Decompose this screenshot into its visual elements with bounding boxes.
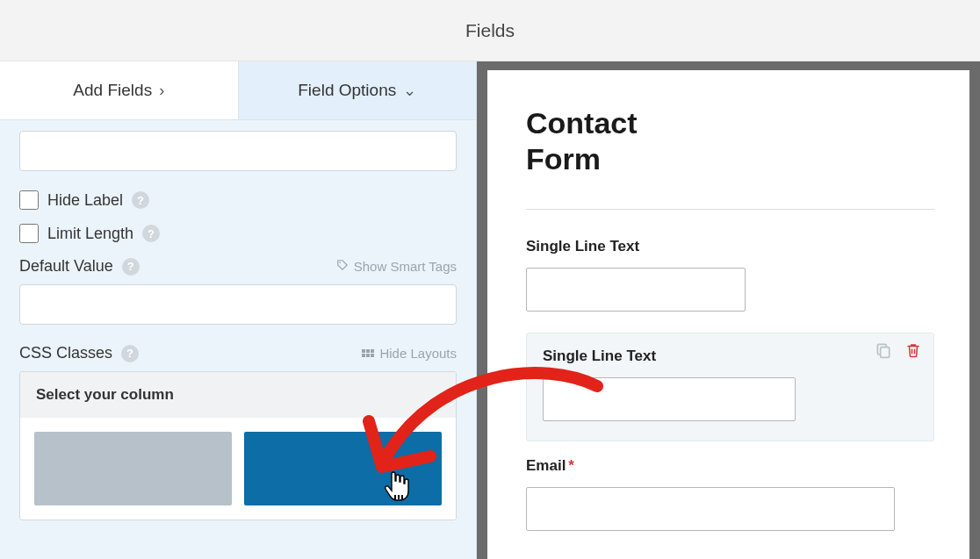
tab-field-options-label: Field Options	[298, 81, 396, 100]
column-picker-body	[20, 418, 456, 520]
top-bar: Fields	[0, 0, 980, 61]
help-icon[interactable]: ?	[121, 345, 139, 362]
divider	[526, 209, 934, 210]
column-picker: Select your column	[19, 371, 457, 520]
limit-length-option[interactable]: Limit Length ?	[19, 224, 457, 243]
form-preview: Contact Form Single Line Text Single Lin…	[487, 70, 969, 559]
main-area: Add Fields › Field Options ⌄ Hide Label …	[0, 61, 980, 559]
hide-label-checkbox[interactable]	[19, 190, 39, 210]
limit-length-text: Limit Length	[47, 225, 133, 243]
default-value-row: Default Value ? Show Smart Tags	[19, 257, 457, 276]
grid-icon	[362, 349, 374, 357]
left-sidebar: Add Fields › Field Options ⌄ Hide Label …	[0, 61, 477, 559]
chevron-down-icon: ⌄	[403, 81, 416, 100]
show-smart-tags-text: Show Smart Tags	[354, 259, 457, 274]
hide-label-text: Hide Label	[47, 191, 123, 210]
form-title: Contact Form	[526, 105, 702, 177]
css-classes-row: CSS Classes ? Hide Layouts	[19, 344, 457, 362]
svg-rect-5	[881, 347, 890, 357]
cursor-hand-icon	[385, 470, 413, 502]
field-2-input[interactable]	[543, 377, 796, 421]
svg-rect-1	[394, 495, 396, 499]
limit-length-checkbox[interactable]	[19, 224, 39, 243]
tag-icon	[336, 259, 349, 274]
css-classes-label: CSS Classes	[19, 344, 112, 362]
help-icon[interactable]: ?	[132, 191, 149, 209]
field-actions	[874, 340, 923, 360]
delete-field-button[interactable]	[904, 340, 923, 360]
default-value-label: Default Value	[19, 257, 113, 276]
form-field-3[interactable]: Email*	[526, 457, 934, 531]
duplicate-field-button[interactable]	[874, 340, 893, 360]
column-picker-header: Select your column	[20, 372, 456, 418]
show-smart-tags-link[interactable]: Show Smart Tags	[336, 259, 457, 274]
column-option-left[interactable]	[34, 432, 232, 505]
required-asterisk: *	[568, 457, 574, 474]
hide-layouts-text: Hide Layouts	[379, 346, 457, 361]
label-input[interactable]	[19, 131, 457, 171]
default-value-input[interactable]	[19, 284, 457, 325]
tab-add-fields-label: Add Fields	[73, 81, 152, 100]
field-3-label: Email*	[526, 457, 934, 475]
svg-rect-2	[398, 495, 400, 499]
field-options-panel: Hide Label ? Limit Length ? Default Valu…	[0, 119, 476, 559]
help-icon[interactable]: ?	[122, 258, 140, 276]
help-icon[interactable]: ?	[142, 225, 160, 242]
field-1-input[interactable]	[526, 268, 746, 312]
chevron-right-icon: ›	[159, 82, 164, 100]
form-field-1[interactable]: Single Line Text	[526, 238, 934, 312]
svg-point-0	[339, 262, 341, 263]
hide-label-option[interactable]: Hide Label ?	[19, 190, 457, 210]
field-2-label: Single Line Text	[543, 348, 918, 365]
sidebar-tabs: Add Fields › Field Options ⌄	[0, 61, 476, 119]
form-preview-container: Contact Form Single Line Text Single Lin…	[477, 61, 980, 559]
form-field-2-selected[interactable]: Single Line Text	[526, 333, 934, 441]
tab-add-fields[interactable]: Add Fields ›	[0, 61, 239, 119]
top-bar-title: Fields	[465, 20, 515, 41]
field-3-input[interactable]	[526, 487, 895, 531]
field-1-label: Single Line Text	[526, 238, 934, 255]
hide-layouts-link[interactable]: Hide Layouts	[362, 346, 457, 361]
svg-rect-3	[401, 495, 403, 499]
tab-field-options[interactable]: Field Options ⌄	[239, 61, 477, 119]
column-option-right[interactable]	[244, 432, 442, 505]
